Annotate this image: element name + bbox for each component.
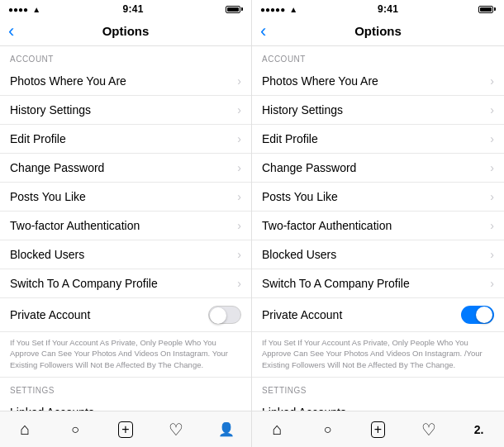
two-factor-item-left[interactable]: Two-factor Authentication › [0,212,251,240]
status-bar-left: ●●●● ▲ 9:41 [0,0,251,17]
private-account-desc-left: If You Set If Your Account As Private, O… [0,332,251,378]
change-password-item-right[interactable]: Change Password › [252,154,504,183]
history-settings-item-right[interactable]: History Settings › [252,96,504,125]
switch-company-item-left[interactable]: Switch To A Company Profile › [0,269,251,298]
linked-accounts-item-right[interactable]: Linked Accounts › [252,398,504,411]
home-icon: ⌂ [20,420,30,439]
chevron-icon: › [490,190,494,203]
chevron-icon: › [237,103,241,117]
tab-add-right[interactable]: + [353,411,403,447]
status-right-right [478,6,496,13]
search-icon-right: ○ [324,422,332,437]
chevron-icon: › [490,74,494,88]
chevron-icon: › [490,248,494,261]
chevron-icon: › [490,103,494,117]
chevron-icon: › [490,132,494,145]
status-left-right: ●●●●● ▲ [260,5,297,14]
time-display-right: 9:41 [378,3,398,15]
photos-where-item-left[interactable]: Photos Where You Are › [0,67,251,96]
wifi-icon: ▲ [32,5,40,14]
nav-header-right: ‹ Options [252,17,504,46]
tab-profile-left[interactable]: 👤 [201,411,251,447]
history-settings-item-left[interactable]: History Settings › [0,96,251,125]
edit-profile-item-right[interactable]: Edit Profile › [252,125,504,154]
chevron-icon: › [490,277,494,290]
battery-icon-right [478,6,496,13]
chevron-icon: › [237,277,241,290]
posts-you-like-item-left[interactable]: Posts You Like › [0,183,251,212]
left-panel: ●●●● ▲ 9:41 ‹ Options ACCOUNT Photo [0,0,252,447]
settings-label-left: SETTINGS [0,378,251,398]
account-label-left: ACCOUNT [0,46,251,67]
tab-bar-left: ⌂ ○ + ♡ 👤 [0,411,251,447]
chevron-icon: › [237,219,241,232]
right-panel: ●●●●● ▲ 9:41 ‹ Options ACCOUNT Phot [252,0,504,447]
back-button-left[interactable]: ‹ [8,21,14,42]
battery-icon-left [226,6,243,13]
edit-profile-item-left[interactable]: Edit Profile › [0,125,251,154]
posts-you-like-item-right[interactable]: Posts You Like › [252,183,504,212]
chevron-icon: › [237,161,241,174]
nav-header-left: ‹ Options [0,17,251,46]
content-right: ACCOUNT Photos Where You Are › History S… [252,46,504,411]
tab-profile-right[interactable]: 2. [454,411,504,447]
settings-label-right: SETTINGS [252,378,504,398]
chevron-icon: › [237,132,241,145]
chevron-icon: › [237,190,241,203]
private-account-toggle-left[interactable]: Private Account [0,298,251,332]
time-display-left: 9:41 [122,3,143,15]
chevron-icon: › [490,161,494,174]
tab-add-left[interactable]: + [101,411,151,447]
switch-company-item-right[interactable]: Switch To A Company Profile › [252,269,504,298]
add-icon-right: + [371,421,385,438]
tab-likes-left[interactable]: ♡ [150,411,201,447]
profile-number-icon: 2. [474,423,484,436]
wifi-icon-right: ▲ [289,5,297,14]
blocked-users-item-left[interactable]: Blocked Users › [0,240,251,269]
chevron-icon: › [237,248,241,261]
status-right-left [226,6,243,13]
tab-likes-right[interactable]: ♡ [403,411,454,447]
private-account-desc-right: If You Set If Your Account As Private, O… [252,332,504,378]
back-button-right[interactable]: ‹ [260,21,266,42]
nav-title-right: Options [354,24,402,38]
toggle-thumb-left [210,307,226,324]
tab-bar-right: ⌂ ○ + ♡ 2. [252,411,504,447]
profile-icon: 👤 [218,421,235,437]
account-label-right: ACCOUNT [252,46,504,67]
status-left: ●●●● ▲ [8,5,40,14]
tab-search-left[interactable]: ○ [50,411,101,447]
two-factor-item-right[interactable]: Two-factor Authentication › [252,212,504,240]
heart-icon-right: ♡ [421,420,436,440]
add-icon: + [118,421,132,438]
photos-where-item-right[interactable]: Photos Where You Are › [252,67,504,96]
chevron-icon: › [237,74,241,88]
linked-accounts-item-left[interactable]: Linked Accounts › [0,398,251,411]
toggle-thumb-right [476,307,492,323]
status-bar-right: ●●●●● ▲ 9:41 [252,0,504,17]
signal-icon: ●●●● [8,5,28,14]
tab-home-right[interactable]: ⌂ [252,411,302,447]
tab-search-right[interactable]: ○ [302,411,353,447]
chevron-icon: › [490,219,494,232]
nav-title-left: Options [102,24,150,38]
private-account-toggle-right[interactable]: Private Account [252,298,504,332]
toggle-switch-left[interactable] [208,306,241,324]
tab-home-left[interactable]: ⌂ [0,411,50,447]
toggle-switch-right[interactable] [461,306,494,324]
content-left: ACCOUNT Photos Where You Are › History S… [0,46,251,411]
change-password-item-left[interactable]: Change Password › [0,154,251,183]
signal-icon-right: ●●●●● [260,5,285,14]
search-icon: ○ [71,422,79,437]
blocked-users-item-right[interactable]: Blocked Users › [252,240,504,269]
home-icon-right: ⌂ [272,420,282,439]
heart-icon: ♡ [169,420,183,440]
